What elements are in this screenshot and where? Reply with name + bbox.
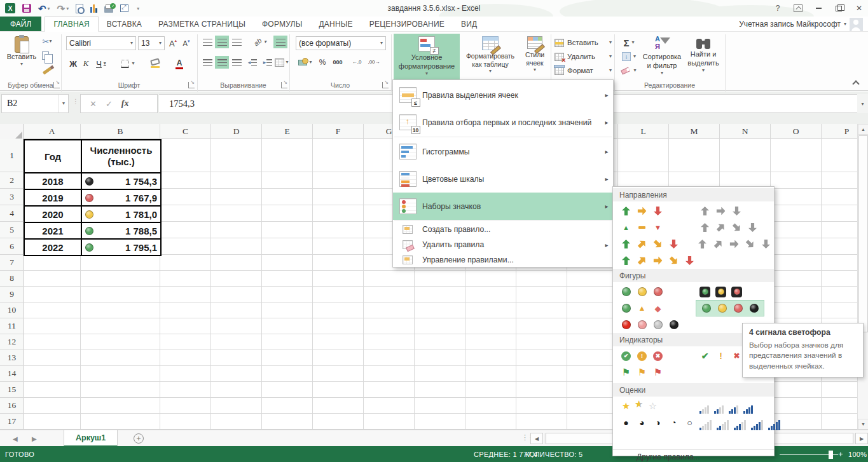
icon-set-row[interactable]: ★★★☆ [613,398,774,414]
customize-qat-button[interactable]: ▾ [137,3,139,14]
icon-set-row[interactable] [613,203,774,219]
icon-set-row[interactable] [613,431,774,447]
orientation-button[interactable]: ab▾ [249,36,271,48]
insert-function-icon[interactable]: fx [121,99,129,109]
alignment-dialog-launcher[interactable] [281,82,287,88]
icon-set-row[interactable] [613,252,774,269]
format-as-table-button[interactable]: Форматировать как таблицу ▾ [462,34,518,79]
fill-button[interactable]: ↓▾ [619,51,638,62]
clear-button[interactable]: ▾ [619,65,638,76]
scroll-right-icon[interactable]: ▶ [855,433,868,444]
shrink-font-button[interactable]: A▾ [180,36,193,50]
column-header-N[interactable]: N [720,124,771,139]
save-button[interactable] [22,3,31,14]
tab-file[interactable]: ФАЙЛ [0,17,41,31]
column-header-F[interactable]: F [313,124,364,139]
cell-B1[interactable]: Численность (тыс.) [82,140,162,173]
menu-item-data-bars[interactable]: Гистограммы▸ [393,138,613,165]
sheet-tab-arkush1[interactable]: Аркуш1 [64,430,118,447]
increase-decimal-button[interactable]: ←,0 [350,56,364,69]
italic-button[interactable]: К [80,57,92,70]
tab-view[interactable]: ВИД [453,17,485,31]
help-button[interactable]: ? [773,3,783,13]
icon-set-row-4-traffic-lights[interactable]: ▲◆ [613,300,774,316]
autosum-button[interactable]: Σ▾ [619,37,638,48]
font-dialog-launcher[interactable] [188,82,195,88]
borders-button[interactable]: ▾ [118,57,137,70]
vertical-scroll-thumb[interactable] [858,135,868,332]
account-area[interactable]: Учетная запись Майкрософт ▾ [739,17,863,32]
wrap-text-button[interactable] [273,36,287,48]
copy-button[interactable]: ▾ [39,50,55,61]
cell-B6[interactable]: 1 795,1 [82,240,162,256]
font-size-combo[interactable]: 13▾ [138,36,165,50]
grow-font-button[interactable]: A▴ [167,36,179,50]
icon-set-row[interactable]: ▲▼ [613,219,774,236]
cell-B4[interactable]: 1 781,0 [82,207,162,223]
menu-item-top-bottom-rules[interactable]: ↑10 Правила отбора первых и последних зн… [393,109,613,136]
scroll-left-icon[interactable]: ◀ [530,433,543,444]
scroll-up-icon[interactable]: ▲ [858,124,868,135]
align-bottom-button[interactable] [230,36,244,48]
increase-indent-button[interactable]: ▸ [261,56,275,69]
row-header-16[interactable]: 16 [0,398,24,414]
number-dialog-launcher[interactable] [382,82,389,88]
icon-set-row[interactable]: ●◕◑◔○ [613,414,774,431]
row-header-14[interactable]: 14 [0,366,24,382]
format-cells-button[interactable]: Формат▾ [555,65,612,76]
row-header-2[interactable]: 2 [0,172,24,189]
cancel-icon[interactable]: ✕ [90,99,97,109]
tab-formulas[interactable]: ФОРМУЛЫ [254,17,310,31]
conditional-formatting-button[interactable]: ≠ Условное форматирование ▾ [394,34,460,79]
cut-button[interactable]: ✂▾ [39,36,55,47]
row-header-4[interactable]: 4 [0,205,24,222]
cell-B5[interactable]: 1 788,5 [82,223,162,240]
row-header-11[interactable]: 11 [0,318,24,334]
restore-button[interactable] [834,3,844,13]
menu-item-color-scales[interactable]: Цветовые шкалы▸ [393,165,613,193]
font-color-button[interactable]: А [169,57,189,70]
decrease-indent-button[interactable]: ◂ [245,56,259,69]
menu-item-icon-sets[interactable]: Наборы значков▸ [393,193,613,220]
fill-color-button[interactable] [145,57,165,70]
cell-A3[interactable]: 2019 [25,190,82,207]
excel-icon[interactable]: X [5,3,15,13]
sort-filter-button[interactable]: АЯ Сортировка и фильтр ▾ [642,34,682,79]
next-sheet-icon[interactable]: ▶ [32,430,37,447]
more-rules-item[interactable]: Другие правила... [613,449,774,462]
column-header-E[interactable]: E [262,124,313,139]
row-header-10[interactable]: 10 [0,302,24,318]
zoom-level[interactable]: 100% [848,446,867,462]
chart-button[interactable] [90,4,97,13]
name-box[interactable]: B2▾ [1,94,69,113]
collapse-ribbon-button[interactable] [852,80,859,87]
enter-icon[interactable]: ✓ [106,99,113,109]
row-header-12[interactable]: 12 [0,334,24,350]
delete-cells-button[interactable]: Удалить▾ [555,51,612,62]
row-header-3[interactable]: 3 [0,189,24,205]
number-format-combo[interactable]: (все форматы)▾ [296,36,386,50]
ribbon-options-button[interactable] [793,3,803,13]
column-header-O[interactable]: O [771,124,822,139]
font-name-combo[interactable]: Calibri▾ [66,36,136,50]
format-painter-button[interactable] [39,65,55,76]
icon-set-row[interactable] [613,236,774,252]
tab-home[interactable]: ГЛАВНАЯ [45,17,98,32]
align-right-button[interactable] [230,56,244,69]
new-sheet-button[interactable]: + [134,433,144,444]
cell-A4[interactable]: 2020 [25,207,82,223]
close-button[interactable]: ✕ [854,3,864,13]
find-select-button[interactable]: Найти и выделить ▾ [684,34,722,79]
menu-item-highlight-cells-rules[interactable]: ≤ Правила выделения ячеек▸ [393,81,613,109]
tab-insert[interactable]: ВСТАВКА [99,17,150,31]
row-header-7[interactable]: 7 [0,255,24,271]
column-header-D[interactable]: D [211,124,262,139]
row-header-17[interactable]: 17 [0,414,24,430]
row-header-1[interactable]: 1 [0,139,24,172]
prev-sheet-icon[interactable]: ◀ [13,430,18,447]
accounting-format-button[interactable]: ▾ [296,56,314,69]
quick-print-button[interactable] [104,3,113,14]
column-header-C[interactable]: C [160,124,211,139]
cell-A5[interactable]: 2021 [25,223,82,240]
row-header-13[interactable]: 13 [0,350,24,366]
